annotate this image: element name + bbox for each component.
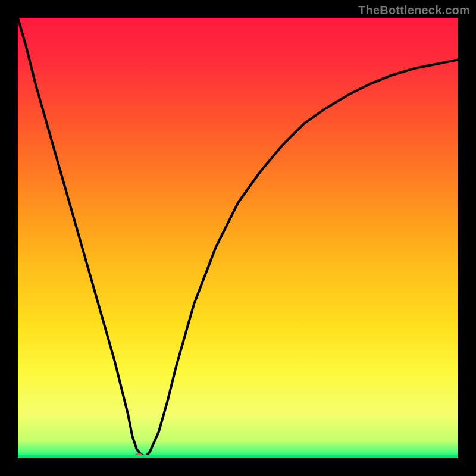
chart-frame: TheBottleneck.com <box>0 0 476 476</box>
watermark-text: TheBottleneck.com <box>358 4 470 17</box>
bottleneck-curve <box>18 18 458 458</box>
plot-area <box>18 18 458 458</box>
bottom-strip <box>18 455 458 458</box>
